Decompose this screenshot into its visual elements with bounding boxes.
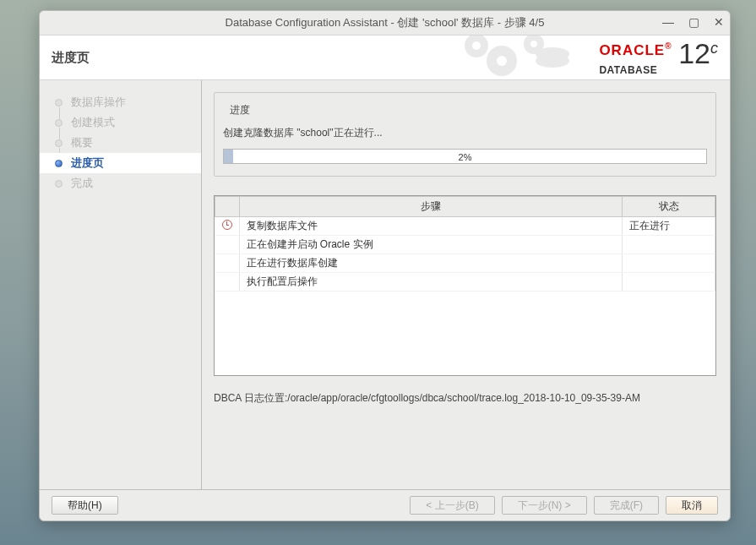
gears-decoration: [451, 35, 578, 79]
sidebar-item-db-operation: 数据库操作: [40, 92, 201, 112]
svg-point-5: [530, 41, 537, 47]
sidebar-item-finish: 完成: [40, 173, 201, 193]
table-row: 执行配置后操作: [215, 273, 715, 292]
page-title: 进度页: [52, 50, 90, 66]
sidebar-item-label: 进度页: [71, 155, 104, 171]
table-row: 正在进行数据库创建: [215, 254, 715, 273]
main-content: 进度 创建克隆数据库 "school"正在进行... 2% 步骤 状态: [202, 80, 730, 489]
table-header-step: 步骤: [239, 197, 623, 217]
back-button: < 上一步(B): [410, 496, 494, 515]
progress-legend: 进度: [226, 103, 253, 117]
row-step-cell: 正在进行数据库创建: [239, 254, 623, 273]
sidebar-item-label: 概要: [71, 135, 93, 150]
row-status-cell: [623, 236, 715, 254]
progress-status-text: 创建克隆数据库 "school"正在进行...: [223, 126, 707, 140]
row-status-cell: [623, 273, 715, 292]
row-icon-cell: [215, 273, 240, 292]
row-icon-cell: [215, 254, 240, 273]
minimize-icon[interactable]: —: [661, 14, 676, 30]
log-location: DBCA 日志位置:/oracle/app/oracle/cfgtoollogs…: [214, 391, 716, 406]
oracle-logo: ORACLE® 12c DATABASE: [599, 42, 718, 75]
maximize-icon[interactable]: ▢: [686, 14, 701, 30]
header: 进度页 ORACLE® 12c DATABASE: [40, 35, 730, 80]
row-status-cell: [623, 254, 715, 273]
sidebar-item-label: 创建模式: [71, 115, 115, 130]
sidebar-item-label: 数据库操作: [71, 95, 126, 110]
sidebar-item-label: 完成: [71, 176, 93, 191]
sidebar-item-summary: 概要: [40, 133, 201, 153]
row-icon-cell: [215, 236, 240, 254]
row-icon-cell: [215, 217, 240, 236]
body: 数据库操作 创建模式 概要 进度页 完成 进度 创建克隆数据库 "school"…: [40, 80, 730, 490]
footer: 帮助(H) < 上一步(B) 下一步(N) > 完成(F) 取消: [40, 490, 730, 520]
progress-percent-label: 2%: [224, 150, 706, 165]
help-button[interactable]: 帮助(H): [52, 496, 118, 515]
table-row: 复制数据库文件正在进行: [215, 217, 715, 236]
row-step-cell: 正在创建并启动 Oracle 实例: [239, 236, 623, 254]
finish-button: 完成(F): [594, 496, 659, 515]
progress-bar: 2%: [223, 149, 707, 164]
table-header-icon: [215, 197, 240, 217]
sidebar: 数据库操作 创建模式 概要 进度页 完成: [40, 80, 202, 489]
svg-point-3: [497, 56, 507, 66]
titlebar: Database Configuration Assistant - 创建 's…: [40, 11, 730, 35]
table-row: 正在创建并启动 Oracle 实例: [215, 236, 715, 254]
sidebar-item-create-mode: 创建模式: [40, 112, 201, 133]
next-button: 下一步(N) >: [502, 496, 587, 515]
row-status-cell: 正在进行: [623, 217, 715, 236]
sidebar-item-progress: 进度页: [40, 153, 201, 173]
dialog-window: Database Configuration Assistant - 创建 's…: [39, 10, 731, 521]
row-step-cell: 执行配置后操作: [239, 273, 623, 292]
row-step-cell: 复制数据库文件: [239, 217, 623, 236]
table-header-status: 状态: [623, 197, 715, 217]
window-controls: — ▢ ✕: [661, 14, 726, 30]
clock-icon: [222, 220, 232, 230]
svg-point-1: [472, 41, 481, 50]
steps-table: 步骤 状态 复制数据库文件正在进行正在创建并启动 Oracle 实例正在进行数据…: [214, 195, 716, 376]
window-title: Database Configuration Assistant - 创建 's…: [226, 15, 545, 30]
close-icon[interactable]: ✕: [711, 14, 726, 30]
svg-point-7: [536, 47, 569, 61]
progress-fieldset: 进度 创建克隆数据库 "school"正在进行... 2%: [214, 92, 716, 177]
cancel-button[interactable]: 取消: [666, 496, 718, 515]
